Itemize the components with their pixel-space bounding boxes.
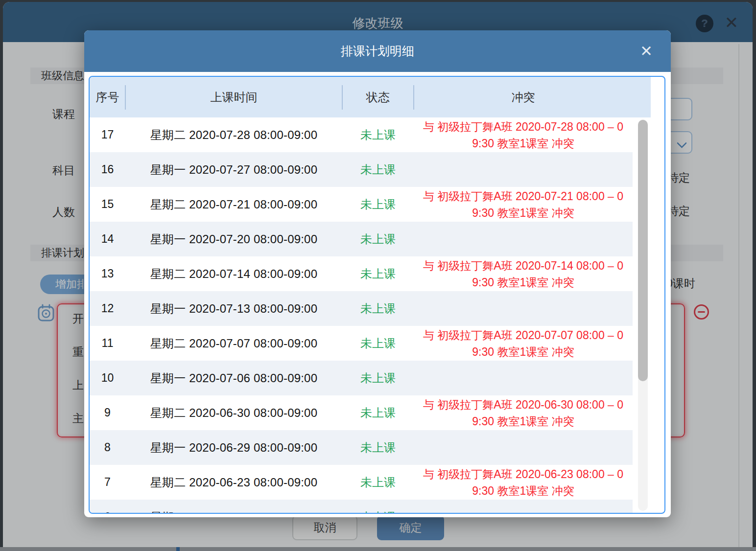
cell-time: 星期二 2020-07-21 08:00-09:00 — [125, 197, 342, 212]
scrollbar-thumb[interactable] — [638, 120, 648, 381]
cell-no: 17 — [90, 128, 125, 141]
cell-time: 星期一 2020-06-22 08:00-09:00 — [125, 509, 342, 514]
cell-status: 未上课 — [342, 162, 414, 178]
cell-no: 9 — [90, 406, 125, 419]
cell-time: 星期二 2020-06-30 08:00-09:00 — [125, 405, 342, 421]
cell-status: 未上课 — [342, 440, 414, 456]
table-row: 8 星期一 2020-06-29 08:00-09:00 未上课 — [90, 430, 633, 465]
cell-conflict: 与 初级拉丁舞A班 2020-06-30 08:00 – 09:30 教室1课室… — [414, 396, 633, 430]
schedule-detail-modal: 排课计划明细 ✕ 序号 上课时间 状态 冲突 17 星期二 2020-07-28… — [84, 30, 671, 517]
cell-status: 未上课 — [342, 301, 414, 317]
modal-close-icon[interactable]: ✕ — [637, 42, 656, 62]
cell-status: 未上课 — [342, 197, 414, 212]
column-header-no: 序号 — [90, 77, 125, 117]
table-row: 14 星期一 2020-07-20 08:00-09:00 未上课 — [90, 222, 633, 256]
modal-title: 排课计划明细 — [84, 30, 671, 72]
cell-status: 未上课 — [342, 127, 414, 143]
table-row: 16 星期一 2020-07-27 08:00-09:00 未上课 — [90, 152, 633, 187]
cell-conflict: 与 初级拉丁舞A班 2020-07-21 08:00 – 09:30 教室1课室… — [414, 188, 633, 221]
cell-conflict: 与 初级拉丁舞A班 2020-07-07 08:00 – 09:30 教室1课室… — [414, 327, 633, 360]
cell-time: 星期一 2020-07-06 08:00-09:00 — [125, 370, 342, 386]
scrollbar-track[interactable] — [638, 119, 648, 511]
cell-status: 未上课 — [342, 266, 414, 282]
cell-time: 星期二 2020-06-23 08:00-09:00 — [125, 475, 342, 490]
cell-status: 未上课 — [342, 475, 414, 490]
column-header-status: 状态 — [342, 77, 414, 117]
table-row: 10 星期一 2020-07-06 08:00-09:00 未上课 — [90, 361, 633, 395]
table-row: 15 星期二 2020-07-21 08:00-09:00 未上课 与 初级拉丁… — [90, 187, 633, 222]
table-row: 12 星期一 2020-07-13 08:00-09:00 未上课 — [90, 291, 633, 326]
table-row: 17 星期二 2020-07-28 08:00-09:00 未上课 与 初级拉丁… — [90, 117, 633, 152]
cell-no: 16 — [90, 163, 125, 176]
cell-no: 6 — [90, 510, 125, 514]
cell-no: 14 — [90, 232, 125, 246]
cell-conflict: 与 初级拉丁舞A班 2020-07-28 08:00 – 09:30 教室1课室… — [414, 118, 633, 152]
table-body: 17 星期二 2020-07-28 08:00-09:00 未上课 与 初级拉丁… — [90, 117, 664, 513]
screen: 修改班级 ? ✕ 班级信息 课程 科目 人数 待定 待定 排课计划 增加排课 0… — [0, 0, 756, 551]
cell-conflict: 与 初级拉丁舞A班 2020-06-23 08:00 – 09:30 教室1课室… — [414, 466, 633, 499]
table-row: 13 星期二 2020-07-14 08:00-09:00 未上课 与 初级拉丁… — [90, 256, 633, 291]
table-row: 6 星期一 2020-06-22 08:00-09:00 未上课 — [90, 500, 633, 514]
cell-time: 星期一 2020-07-13 08:00-09:00 — [125, 301, 342, 317]
cell-no: 8 — [90, 441, 125, 454]
column-header-time: 上课时间 — [125, 77, 342, 117]
cell-status: 未上课 — [342, 509, 414, 514]
cell-time: 星期一 2020-06-29 08:00-09:00 — [125, 440, 342, 456]
cell-no: 15 — [90, 198, 125, 211]
cell-time: 星期一 2020-07-27 08:00-09:00 — [125, 162, 342, 178]
cell-status: 未上课 — [342, 405, 414, 421]
cell-time: 星期二 2020-07-14 08:00-09:00 — [125, 266, 342, 282]
table-row: 9 星期二 2020-06-30 08:00-09:00 未上课 与 初级拉丁舞… — [90, 395, 633, 430]
schedule-table: 序号 上课时间 状态 冲突 17 星期二 2020-07-28 08:00-09… — [89, 76, 665, 514]
cell-time: 星期二 2020-07-07 08:00-09:00 — [125, 336, 342, 351]
cell-status: 未上课 — [342, 231, 414, 247]
cell-conflict: 与 初级拉丁舞A班 2020-07-14 08:00 – 09:30 教室1课室… — [414, 257, 633, 291]
cell-status: 未上课 — [342, 370, 414, 386]
cell-no: 12 — [90, 302, 125, 315]
table-row: 7 星期二 2020-06-23 08:00-09:00 未上课 与 初级拉丁舞… — [90, 465, 633, 500]
cell-no: 13 — [90, 267, 125, 280]
schedule-detail-modal-header: 排课计划明细 ✕ — [84, 30, 671, 72]
table-header: 序号 上课时间 状态 冲突 — [90, 77, 651, 117]
column-header-conflict: 冲突 — [414, 77, 633, 117]
cell-no: 7 — [90, 476, 125, 489]
cell-no: 10 — [90, 371, 125, 385]
cell-status: 未上课 — [342, 336, 414, 351]
table-row: 11 星期二 2020-07-07 08:00-09:00 未上课 与 初级拉丁… — [90, 326, 633, 361]
cell-time: 星期一 2020-07-20 08:00-09:00 — [125, 231, 342, 247]
cell-time: 星期二 2020-07-28 08:00-09:00 — [125, 127, 342, 143]
cell-no: 11 — [90, 337, 125, 350]
